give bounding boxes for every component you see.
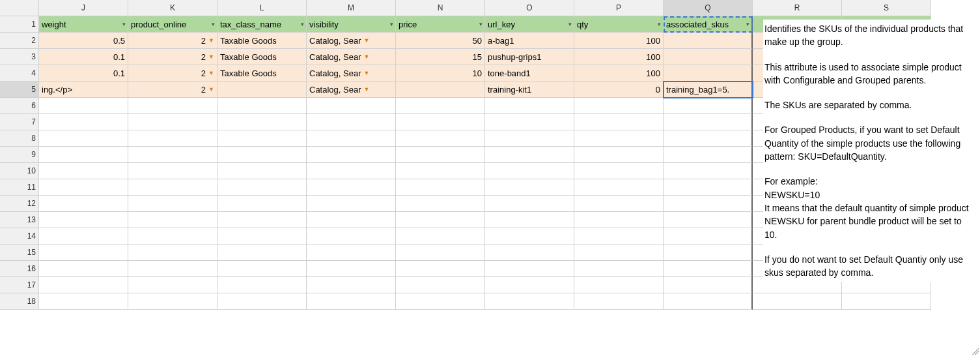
cell-Q1[interactable]: associated_skus▾	[664, 16, 753, 33]
cell-M10[interactable]	[307, 163, 396, 179]
cell-J1[interactable]: weight▾	[39, 16, 128, 33]
column-header-Q[interactable]: Q	[664, 0, 753, 16]
cell-J16[interactable]	[39, 261, 128, 277]
cell-M5[interactable]: Catalog, Sear▼	[307, 82, 396, 98]
cell-P4[interactable]: 100	[574, 65, 664, 82]
cell-N11[interactable]	[396, 179, 485, 196]
cell-O8[interactable]	[485, 130, 574, 147]
filter-dropdown-icon[interactable]: ▾	[568, 21, 572, 27]
cell-L11[interactable]	[217, 179, 307, 196]
row-header-6[interactable]: 6	[0, 98, 39, 114]
cell-M16[interactable]	[307, 261, 396, 277]
cell-N9[interactable]	[396, 147, 485, 163]
cell-K5[interactable]: 2▼	[128, 82, 217, 98]
cell-J5[interactable]: ing.</p>	[39, 82, 128, 98]
cell-Q11[interactable]	[664, 179, 753, 196]
row-header-14[interactable]: 14	[0, 228, 39, 245]
cell-J14[interactable]	[39, 228, 128, 245]
cell-Q16[interactable]	[664, 261, 753, 277]
cell-Q8[interactable]	[664, 130, 753, 147]
cell-N4[interactable]: 10	[396, 65, 485, 82]
column-header-O[interactable]: O	[485, 0, 574, 16]
cell-dropdown-icon[interactable]: ▼	[208, 86, 214, 93]
cell-Q18[interactable]	[664, 293, 753, 310]
cell-O6[interactable]	[485, 98, 574, 114]
cell-M8[interactable]	[307, 130, 396, 147]
filter-dropdown-icon[interactable]: ▾	[212, 21, 215, 27]
column-header-J[interactable]: J	[39, 0, 128, 16]
cell-M1[interactable]: visibility▾	[307, 16, 396, 33]
cell-L9[interactable]	[217, 147, 307, 163]
cell-L3[interactable]: Taxable Goods	[217, 49, 307, 65]
cell-O3[interactable]: pushup-grips1	[485, 49, 574, 65]
cell-R18[interactable]	[753, 293, 842, 310]
cell-L14[interactable]	[217, 228, 307, 245]
cell-K2[interactable]: 2▼	[128, 33, 217, 49]
cell-M9[interactable]	[307, 147, 396, 163]
cell-O18[interactable]	[485, 293, 574, 310]
cell-L4[interactable]: Taxable Goods	[217, 65, 307, 82]
cell-N16[interactable]	[396, 261, 485, 277]
cell-N2[interactable]: 50	[396, 33, 485, 49]
resize-handle-icon[interactable]	[972, 348, 979, 355]
row-header-15[interactable]: 15	[0, 245, 39, 261]
cell-P17[interactable]	[574, 277, 664, 293]
column-header-L[interactable]: L	[217, 0, 307, 16]
cell-L12[interactable]	[217, 196, 307, 212]
column-header-R[interactable]: R	[753, 0, 842, 16]
cell-P8[interactable]	[574, 130, 664, 147]
cell-P5[interactable]: 0	[574, 82, 664, 98]
column-header-K[interactable]: K	[128, 0, 217, 16]
cell-M2[interactable]: Catalog, Sear▼	[307, 33, 396, 49]
cell-J6[interactable]	[39, 98, 128, 114]
row-header-9[interactable]: 9	[0, 147, 39, 163]
cell-O17[interactable]	[485, 277, 574, 293]
cell-N8[interactable]	[396, 130, 485, 147]
cell-J4[interactable]: 0.1	[39, 65, 128, 82]
row-header-18[interactable]: 18	[0, 293, 39, 310]
cell-M4[interactable]: Catalog, Sear▼	[307, 65, 396, 82]
cell-Q3[interactable]	[664, 49, 753, 65]
row-header-1[interactable]: 1	[0, 16, 39, 33]
filter-dropdown-icon[interactable]: ▾	[479, 21, 483, 27]
cell-M11[interactable]	[307, 179, 396, 196]
cell-J12[interactable]	[39, 196, 128, 212]
cell-L8[interactable]	[217, 130, 307, 147]
cell-M17[interactable]	[307, 277, 396, 293]
cell-N7[interactable]	[396, 114, 485, 130]
cell-N1[interactable]: price▾	[396, 16, 485, 33]
cell-P3[interactable]: 100	[574, 49, 664, 65]
cell-dropdown-icon[interactable]: ▼	[208, 37, 214, 44]
cell-Q17[interactable]	[664, 277, 753, 293]
cell-N3[interactable]: 15	[396, 49, 485, 65]
cell-K18[interactable]	[128, 293, 217, 310]
cell-dropdown-icon[interactable]: ▼	[364, 70, 370, 76]
cell-O13[interactable]	[485, 212, 574, 228]
cell-J10[interactable]	[39, 163, 128, 179]
cell-N12[interactable]	[396, 196, 485, 212]
cell-dropdown-icon[interactable]: ▼	[208, 53, 214, 60]
cell-Q5[interactable]: training_bag1=5.	[664, 82, 753, 98]
cell-Q12[interactable]	[664, 196, 753, 212]
column-header-M[interactable]: M	[307, 0, 396, 16]
cell-dropdown-icon[interactable]: ▼	[364, 53, 370, 60]
cell-J9[interactable]	[39, 147, 128, 163]
cell-J18[interactable]	[39, 293, 128, 310]
cell-M3[interactable]: Catalog, Sear▼	[307, 49, 396, 65]
cell-P1[interactable]: qty▾	[574, 16, 664, 33]
cell-Q9[interactable]	[664, 147, 753, 163]
cell-K9[interactable]	[128, 147, 217, 163]
cell-P2[interactable]: 100	[574, 33, 664, 49]
cell-O12[interactable]	[485, 196, 574, 212]
cell-Q14[interactable]	[664, 228, 753, 245]
cell-S18[interactable]	[842, 293, 931, 310]
cell-K15[interactable]	[128, 245, 217, 261]
cell-K11[interactable]	[128, 179, 217, 196]
cell-L1[interactable]: tax_class_name▾	[217, 16, 307, 33]
cell-M13[interactable]	[307, 212, 396, 228]
cell-P14[interactable]	[574, 228, 664, 245]
cell-O5[interactable]: training-kit1	[485, 82, 574, 98]
cell-L2[interactable]: Taxable Goods	[217, 33, 307, 49]
cell-K7[interactable]	[128, 114, 217, 130]
cell-J7[interactable]	[39, 114, 128, 130]
